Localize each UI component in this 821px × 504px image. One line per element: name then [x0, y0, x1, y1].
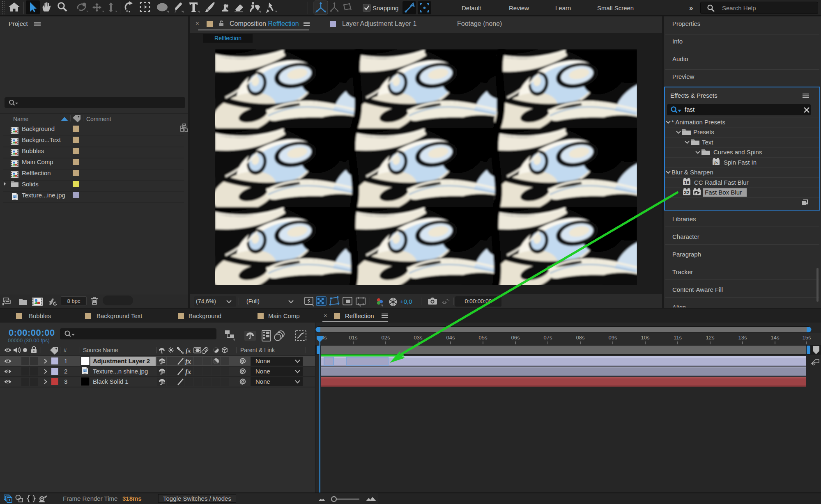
- svg-text:Source Name: Source Name: [83, 347, 118, 353]
- svg-text:14s: 14s: [771, 334, 780, 341]
- svg-text:08s: 08s: [576, 334, 585, 341]
- svg-text:12s: 12s: [706, 334, 715, 341]
- svg-text:3: 3: [64, 378, 67, 385]
- svg-text:01s: 01s: [349, 334, 358, 341]
- svg-text:02s: 02s: [382, 334, 390, 341]
- svg-text:03s: 03s: [414, 334, 423, 341]
- svg-text:10s: 10s: [641, 334, 650, 341]
- svg-text:fx: fx: [714, 160, 718, 165]
- svg-text:#: #: [64, 347, 67, 353]
- svg-text:32: 32: [684, 190, 690, 195]
- svg-text:1: 1: [64, 357, 67, 364]
- svg-text:13s: 13s: [738, 334, 747, 341]
- svg-text:fx: fx: [185, 368, 191, 376]
- svg-text:None: None: [255, 357, 270, 364]
- svg-text:09s: 09s: [609, 334, 617, 341]
- svg-text:06s: 06s: [511, 334, 520, 341]
- svg-text:fx: fx: [185, 357, 191, 365]
- svg-text:15s: 15s: [803, 334, 811, 341]
- svg-text:16: 16: [684, 180, 690, 185]
- svg-text:Parent & Link: Parent & Link: [240, 347, 275, 353]
- svg-text:04s: 04s: [446, 334, 455, 341]
- svg-text:07s: 07s: [544, 334, 552, 341]
- svg-text:05s: 05s: [479, 334, 488, 341]
- svg-text:fx: fx: [186, 347, 191, 354]
- svg-text:11s: 11s: [674, 334, 682, 341]
- svg-text:2: 2: [64, 368, 67, 375]
